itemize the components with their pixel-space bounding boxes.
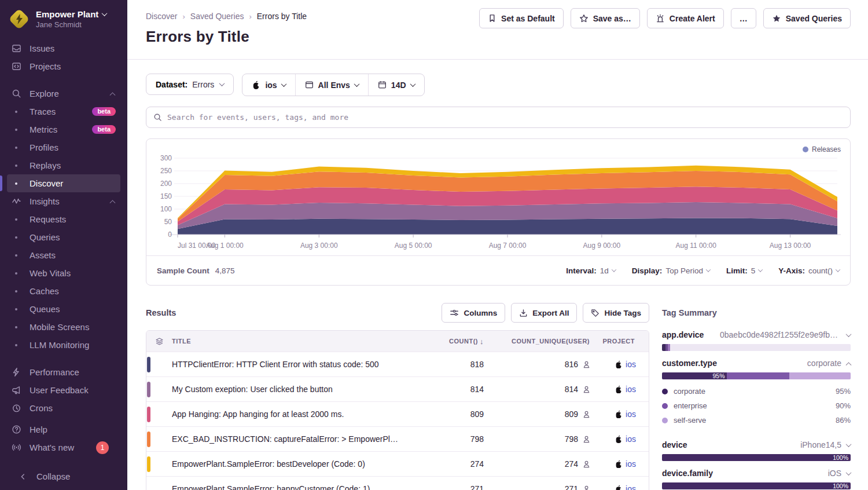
hide-tags-button[interactable]: Hide Tags — [583, 303, 649, 323]
sidebar-item-help[interactable]: Help — [7, 420, 120, 438]
svg-text:Aug 13 00:00: Aug 13 00:00 — [770, 242, 811, 250]
sidebar-item-crons[interactable]: Crons — [7, 399, 120, 417]
sidebar-item-projects[interactable]: Projects — [7, 57, 120, 75]
sidebar-item-discover[interactable]: Discover — [7, 174, 120, 192]
column-header-count[interactable]: COUNT()↓ — [410, 337, 484, 346]
tag-summary-item-app-device: app.device0baebc0de4982f1255f2e9e9fb7… — [662, 330, 851, 351]
tag-top-value[interactable]: iOS — [828, 469, 841, 478]
tag-name: app.device — [662, 330, 704, 339]
sidebar-item-explore[interactable]: Explore — [7, 85, 120, 103]
sidebar-item-profiles[interactable]: Profiles — [7, 138, 120, 156]
user-icon[interactable] — [582, 410, 591, 419]
sidebar-item-performance[interactable]: Performance — [7, 363, 120, 381]
sidebar-item-traces[interactable]: Tracesbeta — [7, 103, 120, 120]
sidebar-item-llm-monitoring[interactable]: LLM Monitoring — [7, 336, 120, 354]
sidebar-item-queues[interactable]: Queues — [7, 300, 120, 318]
limit-selector[interactable]: Limit:5 — [726, 266, 762, 275]
breadcrumb-saved-queries[interactable]: Saved Queries — [190, 12, 244, 21]
stacked-area-chart[interactable]: 050100150200250300Jul 31 00:00Aug 1 00:0… — [146, 139, 850, 257]
chevron-down-icon[interactable] — [846, 331, 852, 337]
tag-breakdown-row[interactable]: self-serve86% — [662, 413, 851, 427]
column-header-project[interactable]: PROJECT — [591, 338, 649, 345]
column-header-count-unique[interactable]: COUNT_UNIQUE(USER) — [484, 338, 591, 345]
tag-breakdown-row[interactable]: enterprise90% — [662, 398, 851, 413]
collapse-label: Collapse — [36, 471, 70, 481]
dataset-selector[interactable]: Dataset: Errors — [146, 74, 234, 95]
project-filter[interactable]: ios — [242, 74, 295, 96]
columns-button[interactable]: Columns — [442, 303, 505, 323]
tag-top-value[interactable]: iPhone14,5 — [800, 440, 841, 449]
tag-name: device — [662, 440, 687, 449]
org-switcher[interactable]: Empower Plant Jane Schmidt — [0, 0, 127, 36]
results-section: Results Columns Export All Hide Tags — [146, 303, 649, 490]
tag-bar-segment: 95% — [662, 372, 727, 379]
bullet-icon — [10, 344, 22, 346]
chevron-up-icon[interactable] — [846, 362, 852, 368]
more-options-button[interactable]: … — [731, 8, 756, 28]
breadcrumb-discover[interactable]: Discover — [146, 12, 177, 21]
sidebar-item-what-s-new[interactable]: What's new1 — [7, 438, 120, 456]
project-link[interactable]: ios — [626, 459, 636, 469]
tag-breakdown-row[interactable]: corporate95% — [662, 384, 851, 398]
create-alert-button[interactable]: Create Alert — [647, 8, 724, 28]
project-link[interactable]: ios — [626, 484, 636, 490]
row-title[interactable]: My Custom exeption: User clicked the but… — [172, 385, 410, 394]
tag-top-value[interactable]: 0baebc0de4982f1255f2e9e9fb7… — [720, 330, 841, 339]
bullet-icon — [10, 129, 22, 131]
interval-selector[interactable]: Interval:1d — [566, 266, 616, 275]
row-title[interactable]: EXC_BAD_INSTRUCTION: captureFatalError: … — [172, 434, 410, 444]
display-selector[interactable]: Display:Top Period — [632, 266, 710, 275]
sidebar-item-replays[interactable]: Replays — [7, 156, 120, 174]
chevron-down-icon — [354, 81, 359, 87]
tag-distribution-bar[interactable]: 100% — [662, 482, 851, 489]
date-range-filter[interactable]: 14D — [368, 74, 424, 96]
sidebar-item-caches[interactable]: Caches — [7, 282, 120, 300]
sidebar-item-user-feedback[interactable]: User Feedback — [7, 381, 120, 399]
sidebar-item-assets[interactable]: Assets — [7, 246, 120, 264]
sidebar-item-requests[interactable]: Requests — [7, 210, 120, 228]
filter-bar: Dataset: Errors ios All Envs 14D — [146, 74, 851, 96]
set-as-default-button[interactable]: Set as Default — [479, 8, 564, 28]
sidebar-item-queries[interactable]: Queries — [7, 228, 120, 246]
tag-top-value[interactable]: corporate — [807, 359, 841, 368]
chevron-down-icon[interactable] — [846, 441, 852, 447]
sidebar-item-label: Explore — [30, 89, 59, 98]
user-icon[interactable] — [582, 360, 591, 369]
column-header-title[interactable]: TITLE — [172, 338, 410, 345]
project-link[interactable]: ios — [626, 434, 636, 444]
layers-icon[interactable]: undefined — [146, 485, 172, 490]
sidebar-item-issues[interactable]: Issues — [7, 39, 120, 57]
save-as-button[interactable]: Save as… — [571, 8, 640, 28]
project-link[interactable]: ios — [626, 409, 636, 419]
org-logo-icon — [8, 8, 30, 30]
environment-filter[interactable]: All Envs — [295, 74, 368, 96]
sidebar-item-mobile-screens[interactable]: Mobile Screens — [7, 318, 120, 336]
tag-distribution-bar[interactable] — [662, 344, 851, 351]
sidebar-item-metrics[interactable]: Metricsbeta — [7, 120, 120, 138]
releases-legend[interactable]: Releases — [803, 145, 841, 153]
sidebar-item-web-vitals[interactable]: Web Vitals — [7, 264, 120, 282]
user-icon[interactable] — [582, 460, 591, 469]
row-title[interactable]: EmpowerPlant.SampleError: bestDeveloper … — [172, 459, 410, 469]
user-icon[interactable] — [582, 385, 591, 394]
area-series[interactable] — [178, 218, 837, 235]
search-input[interactable] — [167, 113, 843, 122]
saved-queries-button[interactable]: Saved Queries — [763, 8, 851, 28]
row-title[interactable]: EmpowerPlant.SampleError: happyCustomer … — [172, 484, 410, 490]
beta-badge: beta — [92, 107, 116, 116]
sidebar-item-insights[interactable]: Insights — [7, 192, 120, 210]
row-title[interactable]: HTTPClientError: HTTP Client Error with … — [172, 360, 410, 369]
download-icon — [519, 309, 528, 317]
row-title[interactable]: App Hanging: App hanging for at least 20… — [172, 409, 410, 419]
sidebar-item-collapse[interactable]: Collapse — [14, 467, 113, 485]
tag-distribution-bar[interactable]: 95% — [662, 372, 851, 379]
table-row: undefinedEXC_BAD_INSTRUCTION: captureFat… — [146, 426, 649, 451]
project-link[interactable]: ios — [626, 385, 636, 394]
user-icon[interactable] — [582, 435, 591, 444]
user-icon[interactable] — [582, 485, 591, 490]
project-link[interactable]: ios — [626, 360, 636, 369]
chevron-down-icon[interactable] — [846, 470, 852, 476]
export-all-button[interactable]: Export All — [511, 303, 577, 323]
yaxis-selector[interactable]: Y-Axis:count() — [778, 266, 840, 275]
tag-distribution-bar[interactable]: 100% — [662, 454, 851, 461]
